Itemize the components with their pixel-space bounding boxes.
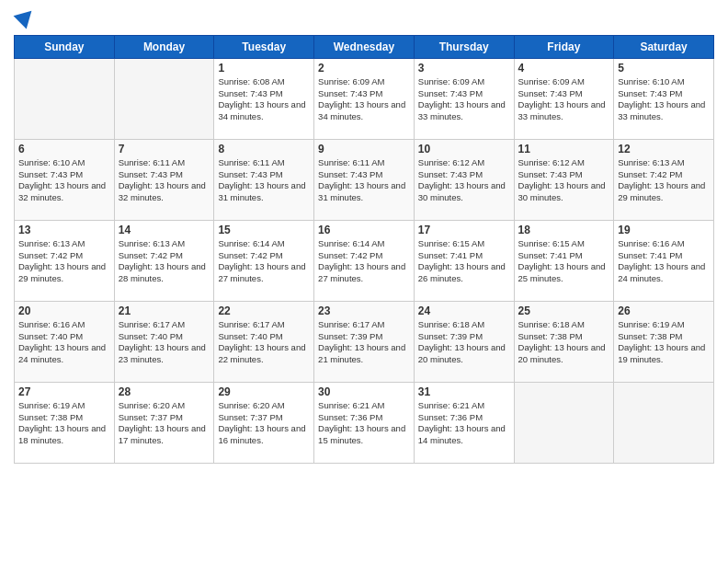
day-info: Sunrise: 6:20 AM Sunset: 7:37 PM Dayligh… — [218, 400, 310, 447]
day-info: Sunrise: 6:10 AM Sunset: 7:43 PM Dayligh… — [618, 76, 710, 123]
day-number: 31 — [418, 385, 510, 398]
calendar-cell: 22Sunrise: 6:17 AM Sunset: 7:40 PM Dayli… — [214, 301, 314, 382]
day-number: 23 — [318, 304, 410, 317]
day-number: 12 — [618, 143, 710, 155]
calendar-cell: 29Sunrise: 6:20 AM Sunset: 7:37 PM Dayli… — [214, 382, 314, 463]
day-number: 27 — [18, 385, 110, 398]
calendar-cell: 4Sunrise: 6:09 AM Sunset: 7:43 PM Daylig… — [514, 58, 614, 139]
day-info: Sunrise: 6:14 AM Sunset: 7:42 PM Dayligh… — [218, 238, 310, 285]
calendar-cell: 9Sunrise: 6:11 AM Sunset: 7:43 PM Daylig… — [314, 139, 415, 220]
calendar-cell: 5Sunrise: 6:10 AM Sunset: 7:43 PM Daylig… — [614, 58, 714, 139]
day-number: 15 — [218, 224, 310, 236]
calendar-cell: 24Sunrise: 6:18 AM Sunset: 7:39 PM Dayli… — [414, 301, 514, 382]
calendar-cell: 2Sunrise: 6:09 AM Sunset: 7:43 PM Daylig… — [314, 58, 415, 139]
calendar-cell: 7Sunrise: 6:11 AM Sunset: 7:43 PM Daylig… — [114, 139, 214, 220]
day-info: Sunrise: 6:12 AM Sunset: 7:43 PM Dayligh… — [518, 157, 610, 204]
logo-arrow-icon — [14, 4, 39, 29]
calendar-cell: 28Sunrise: 6:20 AM Sunset: 7:37 PM Dayli… — [114, 382, 214, 463]
day-number: 1 — [218, 62, 310, 75]
weekday-sunday: Sunday — [15, 35, 115, 58]
weekday-saturday: Saturday — [614, 35, 714, 58]
day-number: 19 — [618, 224, 710, 236]
day-number: 4 — [518, 62, 610, 75]
day-info: Sunrise: 6:16 AM Sunset: 7:41 PM Dayligh… — [618, 238, 710, 285]
weekday-tuesday: Tuesday — [214, 35, 314, 58]
day-number: 29 — [218, 385, 310, 398]
calendar-week-2: 13Sunrise: 6:13 AM Sunset: 7:42 PM Dayli… — [15, 220, 714, 301]
day-number: 14 — [119, 224, 210, 236]
weekday-header-row: SundayMondayTuesdayWednesdayThursdayFrid… — [15, 35, 714, 58]
day-number: 6 — [18, 143, 110, 155]
day-info: Sunrise: 6:15 AM Sunset: 7:41 PM Dayligh… — [518, 238, 610, 285]
weekday-monday: Monday — [114, 35, 214, 58]
day-info: Sunrise: 6:13 AM Sunset: 7:42 PM Dayligh… — [119, 238, 210, 285]
day-info: Sunrise: 6:17 AM Sunset: 7:40 PM Dayligh… — [119, 319, 210, 366]
day-info: Sunrise: 6:21 AM Sunset: 7:36 PM Dayligh… — [318, 400, 410, 447]
day-number: 16 — [318, 224, 410, 236]
day-info: Sunrise: 6:21 AM Sunset: 7:36 PM Dayligh… — [418, 400, 510, 447]
day-number: 2 — [318, 62, 410, 75]
day-number: 7 — [119, 143, 210, 155]
calendar-cell: 19Sunrise: 6:16 AM Sunset: 7:41 PM Dayli… — [614, 220, 714, 301]
calendar-header: SundayMondayTuesdayWednesdayThursdayFrid… — [15, 35, 714, 58]
day-info: Sunrise: 6:16 AM Sunset: 7:40 PM Dayligh… — [18, 319, 110, 366]
weekday-wednesday: Wednesday — [314, 35, 415, 58]
day-number: 8 — [218, 143, 310, 155]
day-number: 10 — [418, 143, 510, 155]
calendar-cell: 12Sunrise: 6:13 AM Sunset: 7:42 PM Dayli… — [614, 139, 714, 220]
calendar-cell: 1Sunrise: 6:08 AM Sunset: 7:43 PM Daylig… — [214, 58, 314, 139]
day-info: Sunrise: 6:19 AM Sunset: 7:38 PM Dayligh… — [18, 400, 110, 447]
calendar-cell: 18Sunrise: 6:15 AM Sunset: 7:41 PM Dayli… — [514, 220, 614, 301]
day-number: 21 — [119, 304, 210, 317]
day-info: Sunrise: 6:15 AM Sunset: 7:41 PM Dayligh… — [418, 238, 510, 285]
page-header — [14, 9, 714, 28]
calendar-week-0: 1Sunrise: 6:08 AM Sunset: 7:43 PM Daylig… — [15, 58, 714, 139]
calendar-cell: 30Sunrise: 6:21 AM Sunset: 7:36 PM Dayli… — [314, 382, 415, 463]
calendar-week-1: 6Sunrise: 6:10 AM Sunset: 7:43 PM Daylig… — [15, 139, 714, 220]
day-info: Sunrise: 6:17 AM Sunset: 7:40 PM Dayligh… — [218, 319, 310, 366]
day-info: Sunrise: 6:14 AM Sunset: 7:42 PM Dayligh… — [318, 238, 410, 285]
calendar-cell: 6Sunrise: 6:10 AM Sunset: 7:43 PM Daylig… — [15, 139, 115, 220]
day-info: Sunrise: 6:11 AM Sunset: 7:43 PM Dayligh… — [218, 157, 310, 204]
day-number: 18 — [518, 224, 610, 236]
day-number: 11 — [518, 143, 610, 155]
day-info: Sunrise: 6:12 AM Sunset: 7:43 PM Dayligh… — [418, 157, 510, 204]
logo — [14, 9, 35, 28]
day-number: 17 — [418, 224, 510, 236]
calendar-cell: 26Sunrise: 6:19 AM Sunset: 7:38 PM Dayli… — [614, 301, 714, 382]
day-number: 25 — [518, 304, 610, 317]
calendar-cell: 11Sunrise: 6:12 AM Sunset: 7:43 PM Dayli… — [514, 139, 614, 220]
day-number: 9 — [318, 143, 410, 155]
day-info: Sunrise: 6:20 AM Sunset: 7:37 PM Dayligh… — [119, 400, 210, 447]
day-number: 13 — [18, 224, 110, 236]
day-info: Sunrise: 6:11 AM Sunset: 7:43 PM Dayligh… — [318, 157, 410, 204]
calendar-cell: 13Sunrise: 6:13 AM Sunset: 7:42 PM Dayli… — [15, 220, 115, 301]
day-info: Sunrise: 6:19 AM Sunset: 7:38 PM Dayligh… — [618, 319, 710, 366]
calendar-cell: 8Sunrise: 6:11 AM Sunset: 7:43 PM Daylig… — [214, 139, 314, 220]
calendar-cell: 25Sunrise: 6:18 AM Sunset: 7:38 PM Dayli… — [514, 301, 614, 382]
day-number: 26 — [618, 304, 710, 317]
day-info: Sunrise: 6:17 AM Sunset: 7:39 PM Dayligh… — [318, 319, 410, 366]
calendar-cell: 27Sunrise: 6:19 AM Sunset: 7:38 PM Dayli… — [15, 382, 115, 463]
day-number: 28 — [119, 385, 210, 398]
day-number: 22 — [218, 304, 310, 317]
calendar-cell: 23Sunrise: 6:17 AM Sunset: 7:39 PM Dayli… — [314, 301, 415, 382]
day-info: Sunrise: 6:08 AM Sunset: 7:43 PM Dayligh… — [218, 76, 310, 123]
day-info: Sunrise: 6:10 AM Sunset: 7:43 PM Dayligh… — [18, 157, 110, 204]
calendar-cell: 15Sunrise: 6:14 AM Sunset: 7:42 PM Dayli… — [214, 220, 314, 301]
calendar-cell: 3Sunrise: 6:09 AM Sunset: 7:43 PM Daylig… — [414, 58, 514, 139]
calendar-cell — [15, 58, 115, 139]
calendar-cell: 16Sunrise: 6:14 AM Sunset: 7:42 PM Dayli… — [314, 220, 415, 301]
day-number: 3 — [418, 62, 510, 75]
calendar-cell: 17Sunrise: 6:15 AM Sunset: 7:41 PM Dayli… — [414, 220, 514, 301]
day-info: Sunrise: 6:09 AM Sunset: 7:43 PM Dayligh… — [318, 76, 410, 123]
calendar-cell: 31Sunrise: 6:21 AM Sunset: 7:36 PM Dayli… — [414, 382, 514, 463]
day-number: 5 — [618, 62, 710, 75]
calendar-cell — [114, 58, 214, 139]
day-info: Sunrise: 6:13 AM Sunset: 7:42 PM Dayligh… — [618, 157, 710, 204]
calendar-cell: 10Sunrise: 6:12 AM Sunset: 7:43 PM Dayli… — [414, 139, 514, 220]
day-info: Sunrise: 6:11 AM Sunset: 7:43 PM Dayligh… — [119, 157, 210, 204]
day-number: 24 — [418, 304, 510, 317]
day-info: Sunrise: 6:13 AM Sunset: 7:42 PM Dayligh… — [18, 238, 110, 285]
day-number: 20 — [18, 304, 110, 317]
